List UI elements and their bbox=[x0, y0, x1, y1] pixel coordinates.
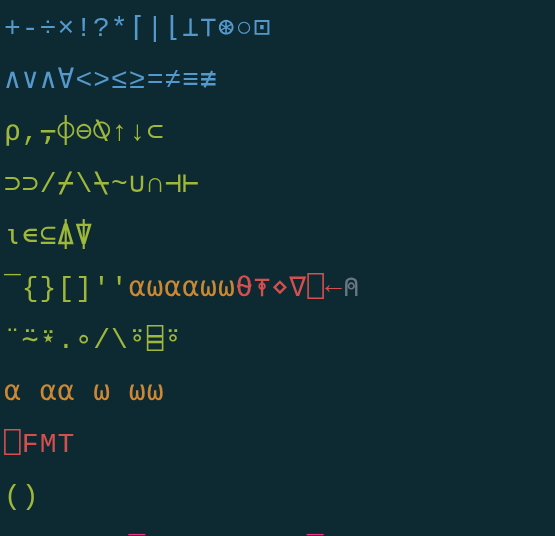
code-line-7: ⍺ ⍺⍺ ⍵ ⍵⍵ bbox=[4, 372, 551, 414]
segment-0-0: +-÷×!?*⌈|⌊⊥⊤⊛○⊡ bbox=[4, 13, 271, 44]
code-line-10: 10 -20 ¯20 0 0.0 ¯123.45 bbox=[4, 528, 551, 536]
segment-4-0: ⍳∊⊆⍋⍒ bbox=[4, 221, 93, 252]
code-block: +-÷×!?*⌈|⌊⊥⊤⊛○⊡∧∨∧∀<>≤≥=≠≡≢⍴,⍪⌽⊖⍉↑↓⊂⊃⊃/⌿… bbox=[4, 8, 551, 536]
code-line-1: ∧∨∧∀<>≤≥=≠≡≢ bbox=[4, 60, 551, 102]
code-line-5: ¯{}[]''⍺⍵⍺⍺⍵⍵⍬⍕⋄∇⎕←⍝ bbox=[4, 268, 551, 310]
code-line-0: +-÷×!?*⌈|⌊⊥⊤⊛○⊡ bbox=[4, 8, 551, 50]
segment-6-0: ¨⍨⍣.∘/\⍤⌸⍤ bbox=[4, 325, 182, 356]
code-line-4: ⍳∊⊆⍋⍒ bbox=[4, 216, 551, 258]
segment-5-2: ⍬⍕⋄∇⎕← bbox=[236, 273, 343, 304]
segment-3-0: ⊃⊃/⌿\⍀~∪∩⊣⊢ bbox=[4, 169, 200, 200]
segment-1-0: ∧∨∧∀<>≤≥=≠≡≢ bbox=[4, 65, 218, 96]
segment-5-1: ⍺⍵⍺⍺⍵⍵ bbox=[129, 273, 236, 304]
segment-2-0: ⍴,⍪⌽⊖⍉↑↓⊂ bbox=[4, 117, 165, 148]
code-line-6: ¨⍨⍣.∘/\⍤⌸⍤ bbox=[4, 320, 551, 362]
segment-7-0: ⍺ ⍺⍺ ⍵ ⍵⍵ bbox=[4, 377, 165, 408]
segment-5-0: ¯{}[]'' bbox=[4, 273, 129, 304]
segment-9-0: () bbox=[4, 481, 40, 512]
code-line-3: ⊃⊃/⌿\⍀~∪∩⊣⊢ bbox=[4, 164, 551, 206]
code-line-9: () bbox=[4, 476, 551, 518]
code-line-2: ⍴,⍪⌽⊖⍉↑↓⊂ bbox=[4, 112, 551, 154]
code-line-8: ⎕FMT bbox=[4, 424, 551, 466]
segment-5-3: ⍝ bbox=[343, 273, 361, 304]
segment-8-0: ⎕FMT bbox=[4, 429, 75, 460]
